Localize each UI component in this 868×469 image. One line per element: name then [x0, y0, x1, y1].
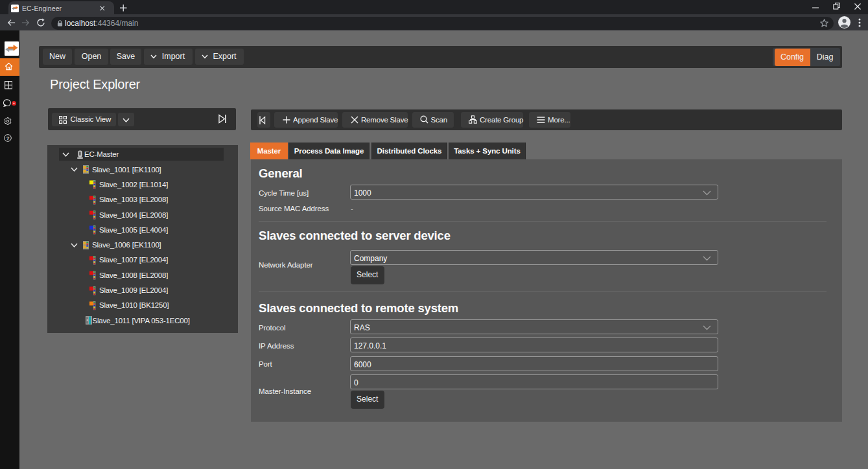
svg-text:?: ?	[6, 135, 10, 141]
